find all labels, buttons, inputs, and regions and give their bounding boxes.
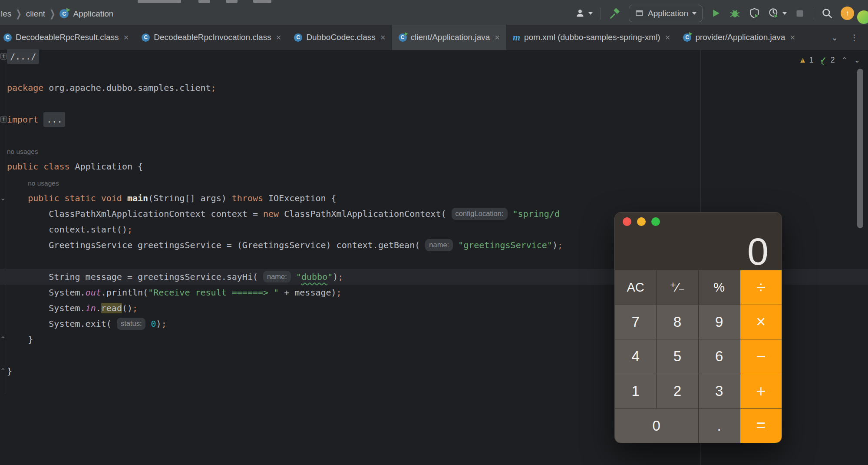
code-token: public class (7, 161, 75, 172)
calc-button-4[interactable]: 4 (615, 339, 656, 374)
tab-dubbocodec[interactable]: CDubboCodec.class× (287, 25, 392, 50)
typos-badge[interactable]: ✓∿ 2 (820, 55, 835, 65)
calc-button-decimal[interactable]: . (699, 409, 740, 443)
calc-button-2[interactable]: 2 (657, 374, 698, 409)
previous-problem-button[interactable]: ⌃ (842, 56, 848, 65)
calc-button-plus-minus[interactable]: ⁺⁄₋ (657, 270, 698, 305)
code-token (7, 303, 49, 313)
ide-features-icon[interactable] (857, 10, 868, 24)
fold-region-icon[interactable]: ⌃ (0, 363, 6, 379)
calc-button-divide[interactable]: ÷ (740, 270, 782, 305)
calc-button-1[interactable]: 1 (615, 374, 656, 409)
calc-button-8[interactable]: 8 (657, 305, 698, 339)
fold-region-icon[interactable]: ⌄ (0, 190, 6, 206)
class-file-icon: C (142, 33, 150, 42)
editor-options-kebab-button[interactable]: ⋮ (850, 33, 858, 43)
stop-button[interactable] (795, 8, 805, 19)
calc-button-subtract[interactable]: − (740, 339, 782, 374)
search-everywhere-button[interactable] (821, 7, 833, 19)
tab-decodeablerpcinvocation[interactable]: CDecodeableRpcInvocation.class× (135, 25, 287, 50)
calc-button-3[interactable]: 3 (699, 374, 740, 409)
calc-button-5[interactable]: 5 (657, 339, 698, 374)
code-token: ; (211, 83, 216, 93)
code-token: (String[] args) (148, 193, 232, 203)
main-toolbar: les ❯ client ❯ C Application Application (0, 0, 868, 25)
code-line[interactable] (0, 127, 868, 143)
code-vision-usages[interactable]: no usages (28, 179, 59, 187)
hidden-tabs-button[interactable]: ⌄ (831, 33, 838, 43)
close-window-button[interactable] (623, 217, 631, 226)
run-configuration-select[interactable]: Application (629, 5, 703, 22)
fold-region-icon[interactable]: ⌃ (0, 332, 6, 347)
breadcrumb-item-module[interactable]: les (1, 9, 11, 19)
update-available-button[interactable]: ↑ (841, 7, 854, 20)
code-line[interactable]: package org.apache.dubbo.samples.client; (0, 80, 868, 96)
tab-close-icon[interactable]: × (495, 33, 500, 43)
breadcrumb-separator-icon: ❯ (50, 8, 55, 20)
folded-region[interactable]: ... (43, 112, 65, 127)
tab-close-icon[interactable]: × (380, 33, 386, 43)
tab-close-icon[interactable]: × (665, 33, 670, 43)
run-with-coverage-button[interactable] (749, 7, 760, 19)
inlay-hint[interactable]: name: (425, 239, 453, 251)
tab-decodeablerpcresult[interactable]: CDecodeableRpcResult.class× (0, 25, 135, 50)
code-line[interactable]: no usages (0, 175, 868, 190)
calc-button-9[interactable]: 9 (699, 305, 740, 339)
editor-scrollbar-thumb[interactable] (857, 69, 863, 228)
code-token: String message = greetingsService.sayHi( (49, 272, 263, 282)
tab-close-icon[interactable]: × (276, 33, 281, 43)
inlay-hint[interactable]: status: (117, 318, 146, 330)
calc-button-6[interactable]: 6 (699, 339, 740, 374)
run-button[interactable] (710, 8, 721, 19)
zoom-window-button[interactable] (651, 217, 660, 226)
inlay-hint[interactable]: name: (263, 271, 291, 283)
code-line[interactable] (0, 96, 868, 112)
tab-label: pom.xml (dubbo-samples-spring-xml) (524, 33, 660, 42)
code-line[interactable] (0, 64, 868, 80)
inlay-hint[interactable]: configLocation: (452, 208, 508, 220)
up-arrow-icon: ↑ (845, 9, 849, 18)
calc-button-add[interactable]: + (740, 374, 782, 409)
code-token: "spring/d (513, 209, 560, 219)
tab-provider-application[interactable]: Cprovider/Application.java× (677, 25, 802, 50)
debug-button[interactable] (729, 7, 741, 19)
folded-region[interactable]: /.../ (7, 49, 39, 64)
calc-button-7[interactable]: 7 (615, 305, 656, 339)
tab-pom-xml[interactable]: mpom.xml (dubbo-samples-spring-xml)× (506, 25, 677, 50)
calc-button-percent[interactable]: % (699, 270, 740, 305)
code-vision-usages[interactable]: no usages (7, 148, 38, 155)
code-token: + message) (279, 287, 336, 298)
build-hammer-button[interactable] (609, 7, 621, 20)
tab-bar-controls: ⌄ ⋮ (822, 25, 868, 50)
code-token: . (96, 303, 101, 313)
calc-button-multiply[interactable]: × (740, 305, 782, 339)
minimize-window-button[interactable] (637, 217, 646, 226)
code-line[interactable]: ⌄ public static void main(String[] args)… (0, 190, 868, 206)
tab-client-application[interactable]: Cclient/Application.java× (392, 25, 506, 50)
code-token: System.exit( (49, 319, 117, 329)
fold-expand-icon[interactable]: + (0, 116, 7, 123)
code-line[interactable]: no usages (0, 143, 868, 159)
tab-close-icon[interactable]: × (124, 33, 129, 43)
code-token (145, 319, 151, 329)
fold-expand-icon[interactable]: + (0, 53, 7, 60)
calc-button-all-clear[interactable]: AC (615, 270, 656, 305)
code-line[interactable]: public class Application { (0, 159, 868, 174)
breadcrumb-item-class[interactable]: Application (73, 9, 113, 19)
calc-button-equals[interactable]: = (740, 409, 782, 443)
warnings-badge[interactable]: ▲! 1 (799, 56, 813, 65)
code-line[interactable]: +import ... (0, 112, 868, 127)
inspections-widget: ▲! 1 ✓∿ 2 ⌃ ⌄ (799, 55, 860, 65)
code-line[interactable]: +/.../ (0, 49, 868, 64)
profiler-button[interactable] (768, 7, 787, 19)
code-token: "greetingsService" (458, 240, 552, 250)
breadcrumb-item-package[interactable]: client (26, 9, 45, 19)
class-glyph: C (62, 10, 66, 17)
calc-button-0[interactable]: 0 (615, 409, 698, 443)
calculator-window[interactable]: 0 AC⁺⁄₋%÷789×456−123+0.= (615, 213, 782, 443)
code-token (508, 209, 513, 219)
user-account-button[interactable] (575, 8, 593, 19)
tab-close-icon[interactable]: × (790, 33, 795, 43)
code-token (7, 224, 49, 235)
next-problem-button[interactable]: ⌄ (854, 56, 860, 65)
